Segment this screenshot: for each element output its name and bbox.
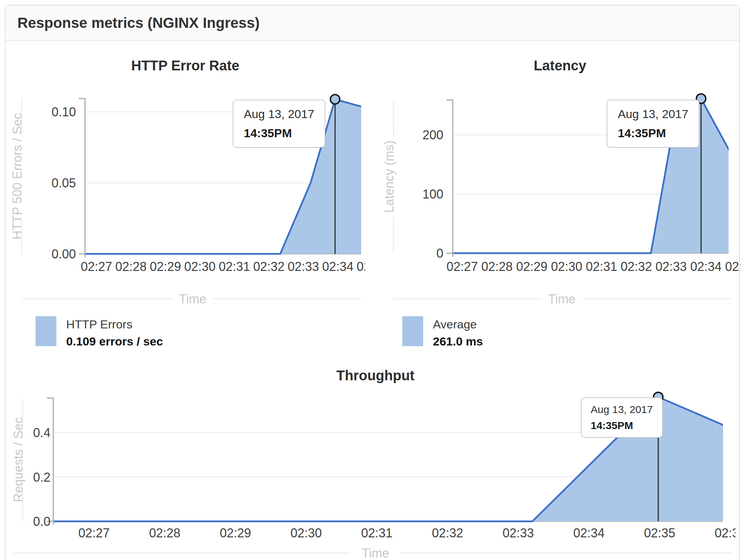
y-tick-label: 0.0 bbox=[33, 514, 50, 529]
y-axis-title: HTTP 500 Errors / Sec bbox=[10, 113, 24, 239]
panel-header: Response metrics (NGINX Ingress) bbox=[6, 6, 739, 41]
tooltip-time: 14:35PM bbox=[618, 126, 688, 140]
x-tick-label: 02:33 bbox=[655, 259, 687, 274]
x-tick-label: 02:27 bbox=[78, 526, 110, 540]
x-tick-label: 02:32 bbox=[432, 526, 463, 540]
x-tick-label: 02:30 bbox=[184, 259, 216, 274]
legend-value: 0.109 errors / sec bbox=[66, 335, 163, 348]
y-tick-label: 200 bbox=[422, 128, 443, 142]
tooltip-date: Aug 13, 2017 bbox=[244, 107, 314, 121]
tooltip-time: 14:35PM bbox=[244, 126, 314, 140]
x-tick-label: 02:28 bbox=[149, 526, 180, 540]
response-metrics-screen: Response metrics (NGINX Ingress) HTTP Er… bbox=[0, 0, 746, 560]
x-tick-label: 02:29 bbox=[150, 259, 181, 274]
http-error-rate-chart[interactable]: 0.100.050.0002:2702:2802:2902:3002:3102:… bbox=[0, 45, 365, 313]
x-tick-label: 02:34 bbox=[573, 526, 605, 540]
tooltip-http-error-rate: Aug 13, 2017 14:35PM bbox=[233, 100, 325, 148]
x-tick-label: 02:35 bbox=[725, 259, 740, 274]
x-tick-label: 02:28 bbox=[115, 259, 147, 274]
legend-http-errors: HTTP Errors 0.109 errors / sec bbox=[36, 316, 163, 348]
x-tick-label: 02:35 bbox=[644, 526, 675, 540]
tooltip-date: Aug 13, 2017 bbox=[591, 404, 653, 415]
legend-swatch-average bbox=[402, 316, 423, 346]
x-tick-label: 02:34 bbox=[322, 259, 353, 274]
y-tick-label: 0.4 bbox=[33, 426, 50, 440]
chart-title-http-error-rate: HTTP Error Rate bbox=[6, 58, 365, 73]
x-tick-label: 02:30 bbox=[551, 259, 582, 274]
x-tick-label: 02:32 bbox=[621, 259, 652, 274]
x-tick-label: 02:32 bbox=[253, 259, 285, 274]
legend-average-latency: Average 261.0 ms bbox=[402, 316, 483, 348]
y-tick-label: 0.10 bbox=[52, 105, 76, 119]
x-tick-label: 02:29 bbox=[516, 259, 547, 274]
y-axis bbox=[47, 398, 53, 525]
x-tick-label: 02:27 bbox=[446, 259, 478, 274]
x-tick-label: 02:27 bbox=[81, 259, 112, 274]
y-tick-label: 0.2 bbox=[33, 470, 50, 484]
hover-marker-point[interactable] bbox=[331, 95, 340, 104]
legend-label: Average bbox=[433, 318, 483, 331]
x-tick-label: 02:31 bbox=[586, 259, 617, 274]
x-tick-label: 02:33 bbox=[503, 526, 534, 540]
y-axis bbox=[446, 100, 453, 257]
legend-label: HTTP Errors bbox=[66, 318, 163, 331]
tooltip-time: 14:35PM bbox=[591, 420, 653, 431]
latency-chart[interactable]: 200100002:2702:2802:2902:3002:3102:3202:… bbox=[369, 45, 740, 313]
tooltip-latency: Aug 13, 2017 14:35PM bbox=[607, 100, 699, 148]
x-axis-title: Time bbox=[362, 546, 389, 560]
x-tick-label: 02:35 bbox=[357, 259, 365, 274]
legend-swatch-http-errors bbox=[36, 316, 56, 346]
y-axis-title: Latency (ms) bbox=[382, 140, 396, 213]
panel-title: Response metrics (NGINX Ingress) bbox=[17, 15, 260, 31]
y-axis-title: Requests / Sec bbox=[11, 417, 25, 502]
x-tick-label: 02:33 bbox=[288, 259, 319, 274]
y-tick-label: 100 bbox=[422, 187, 443, 201]
y-tick-label: 0 bbox=[436, 246, 443, 260]
x-tick-label: 02:30 bbox=[290, 526, 322, 540]
tooltip-date: Aug 13, 2017 bbox=[618, 107, 688, 121]
x-axis-title: Time bbox=[548, 292, 576, 306]
x-tick-label: 02:31 bbox=[361, 526, 393, 540]
y-axis bbox=[79, 99, 85, 257]
x-tick-label: 02:36 bbox=[715, 526, 736, 540]
chart-title-throughput: Throughput bbox=[14, 368, 737, 383]
x-tick-label: 02:28 bbox=[481, 259, 513, 274]
legend-value: 261.0 ms bbox=[433, 335, 483, 348]
x-axis-title: Time bbox=[179, 292, 207, 306]
y-tick-label: 0.00 bbox=[52, 247, 76, 261]
x-tick-label: 02:29 bbox=[220, 526, 251, 540]
y-tick-label: 0.05 bbox=[52, 176, 76, 190]
chart-title-latency: Latency bbox=[380, 58, 740, 73]
x-tick-label: 02:31 bbox=[219, 259, 250, 274]
x-tick-label: 02:34 bbox=[690, 259, 722, 274]
tooltip-throughput: Aug 13, 2017 14:35PM bbox=[581, 397, 663, 438]
